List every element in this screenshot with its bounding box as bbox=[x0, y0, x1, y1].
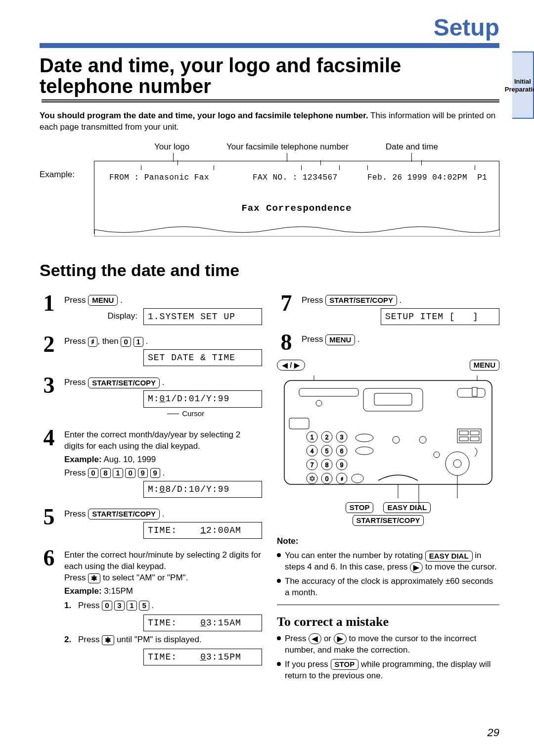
fax-date: Feb. 26 1999 04:02PM P1 bbox=[367, 173, 487, 182]
arrow-keys-callout: ◀ / ▶ bbox=[277, 360, 305, 371]
digit-key[interactable]: 1 bbox=[113, 468, 123, 478]
menu-key[interactable]: MENU bbox=[88, 295, 118, 306]
star-key[interactable]: ✱ bbox=[88, 573, 100, 583]
svg-text:♯: ♯ bbox=[341, 476, 343, 482]
step-1: 1 Press MENU . Display: 1.SYSTEM SET UP bbox=[40, 292, 262, 325]
right-arrow-key[interactable]: ▶ bbox=[410, 562, 423, 573]
step-number: 1 bbox=[40, 292, 58, 325]
sub-number: 1. bbox=[64, 600, 74, 612]
left-arrow-key[interactable]: ◀ bbox=[309, 633, 321, 644]
start-set-copy-callout: START/SET/COPY bbox=[353, 515, 424, 526]
lead-text: You should program the date and time, yo… bbox=[40, 110, 499, 133]
c1-mid: or bbox=[321, 634, 334, 643]
lcd-display: M:08/D:10/Y:99 bbox=[143, 481, 262, 498]
digit-0-key[interactable]: 0 bbox=[121, 337, 131, 347]
svg-point-34 bbox=[356, 447, 373, 455]
fax-header-box: FROM : Panasonic Fax FAX NO. : 1234567 F… bbox=[94, 161, 499, 234]
digit-key[interactable]: 9 bbox=[150, 468, 160, 478]
easy-dial-key[interactable]: EASY DIAL bbox=[425, 551, 473, 562]
right-column: 7 Press START/SET/COPY . SETUP ITEM [ ] … bbox=[277, 292, 499, 685]
step-number: 5 bbox=[40, 506, 58, 539]
start-set-copy-key[interactable]: START/SET/COPY bbox=[88, 509, 160, 520]
left-column: 1 Press MENU . Display: 1.SYSTEM SET UP … bbox=[40, 292, 262, 685]
side-tab-text: InitialPreparation bbox=[505, 77, 534, 93]
step1-text: Press bbox=[64, 295, 88, 305]
star-key[interactable]: ✱ bbox=[102, 635, 114, 645]
note-bullets: You can enter the number by rotating EAS… bbox=[277, 550, 499, 599]
c1-a: Press bbox=[285, 634, 309, 643]
svg-point-33 bbox=[356, 434, 373, 442]
step-number: 3 bbox=[40, 374, 58, 418]
lcd-display: TIME: 03:15AM bbox=[143, 614, 262, 631]
svg-text:5: 5 bbox=[325, 448, 329, 455]
correct-heading: To correct a mistake bbox=[277, 613, 499, 630]
right-arrow-key[interactable]: ▶ bbox=[334, 633, 347, 644]
sub-number: 2. bbox=[64, 634, 74, 646]
chapter-title: Setup bbox=[40, 14, 499, 41]
torn-edge bbox=[94, 225, 500, 236]
start-set-copy-key[interactable]: START/SET/COPY bbox=[325, 295, 397, 306]
digit-key[interactable]: 1 bbox=[127, 601, 136, 611]
side-tab: InitialPreparation bbox=[512, 51, 534, 119]
digit-key[interactable]: 0 bbox=[102, 601, 112, 611]
digit-1-key[interactable]: 1 bbox=[134, 337, 143, 347]
digit-key[interactable]: 8 bbox=[100, 468, 110, 478]
bracket bbox=[367, 165, 475, 170]
lead-bold: You should program the date and time, yo… bbox=[40, 111, 368, 120]
menu-key[interactable]: MENU bbox=[325, 334, 355, 345]
lcd-display: SETUP ITEM [ ] bbox=[381, 308, 499, 325]
digit-key[interactable]: 5 bbox=[139, 601, 149, 611]
stop-callout: STOP bbox=[346, 502, 374, 513]
step-7: 7 Press START/SET/COPY . SETUP ITEM [ ] bbox=[277, 292, 499, 325]
example-value: 3:15PM bbox=[102, 586, 133, 596]
example-label: Example: bbox=[64, 455, 102, 464]
fax-from: FROM : Panasonic Fax bbox=[109, 173, 209, 182]
svg-point-32 bbox=[352, 474, 363, 483]
svg-text:2: 2 bbox=[325, 434, 329, 441]
easy-dial-callout: EASY DIAL bbox=[383, 502, 431, 513]
lcd-display: TIME: 12:00AM bbox=[143, 522, 262, 539]
svg-text:8: 8 bbox=[325, 462, 329, 469]
digit-key[interactable]: 0 bbox=[125, 468, 135, 478]
example-value: Aug. 10, 1999 bbox=[102, 455, 156, 464]
svg-rect-5 bbox=[457, 388, 485, 397]
correct-bullets: Press ◀ or ▶ to move the cursor to the i… bbox=[277, 633, 499, 682]
lcd-display: 1.SYSTEM SET UP bbox=[143, 308, 262, 325]
columns: 1 Press MENU . Display: 1.SYSTEM SET UP … bbox=[40, 292, 499, 685]
step7-text: Press bbox=[302, 295, 325, 305]
stop-key[interactable]: STOP bbox=[331, 659, 359, 670]
step5-text: Press bbox=[64, 509, 88, 519]
digit-key[interactable]: 9 bbox=[138, 468, 148, 478]
digit-key[interactable]: 0 bbox=[88, 468, 98, 478]
bracket bbox=[301, 165, 340, 170]
step6-p2b: to select "AM" or "PM". bbox=[100, 573, 188, 582]
page-title: Date and time, your logo and facsimile t… bbox=[40, 55, 499, 96]
step-8: 8 Press MENU . bbox=[277, 331, 499, 354]
svg-rect-42 bbox=[470, 437, 479, 441]
digit-key[interactable]: 3 bbox=[114, 601, 124, 611]
fax-correspondence: Fax Correspondence bbox=[94, 203, 499, 214]
bullet-icon bbox=[277, 579, 281, 583]
svg-text:0: 0 bbox=[325, 475, 329, 482]
svg-rect-1 bbox=[299, 388, 358, 396]
start-set-copy-key[interactable]: START/SET/COPY bbox=[88, 378, 160, 388]
step4-p1: Enter the correct month/day/year by sele… bbox=[64, 429, 262, 452]
step-3: 3 Press START/SET/COPY . M:01/D:01/Y:99 … bbox=[40, 374, 262, 418]
lcd-display: TIME: 03:15PM bbox=[143, 649, 262, 665]
h1-double-rule bbox=[40, 99, 499, 102]
li2-t2: until "PM" is displayed. bbox=[114, 635, 201, 644]
note1-a: You can enter the number by rotating bbox=[285, 551, 425, 560]
label-fax-number: Your facsimile telephone number bbox=[226, 142, 349, 152]
cursor-note: Cursor bbox=[167, 409, 262, 419]
example-label: Example: bbox=[64, 586, 102, 596]
step8-text: Press bbox=[302, 334, 325, 344]
example-row: Your logo Your facsimile telephone numbe… bbox=[40, 142, 499, 236]
step6-p2a: Press bbox=[64, 573, 88, 582]
svg-text:3: 3 bbox=[340, 434, 344, 441]
bullet-icon bbox=[277, 662, 281, 666]
hash-key[interactable]: ♯ bbox=[88, 337, 97, 347]
step2-text2: , then bbox=[97, 336, 121, 346]
label-your-logo: Your logo bbox=[154, 142, 189, 152]
press-label: Press bbox=[64, 468, 88, 477]
svg-rect-41 bbox=[459, 437, 468, 441]
